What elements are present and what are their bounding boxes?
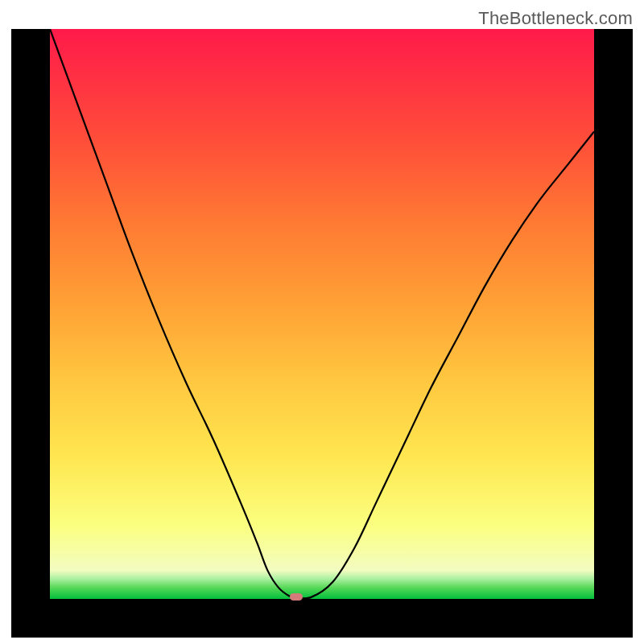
bottleneck-curve — [50, 29, 594, 598]
optimal-marker — [290, 593, 303, 601]
curve-layer — [50, 29, 594, 599]
attribution-text: TheBottleneck.com — [478, 8, 633, 29]
chart-container: TheBottleneck.com — [0, 0, 644, 644]
plot-area — [50, 29, 594, 599]
